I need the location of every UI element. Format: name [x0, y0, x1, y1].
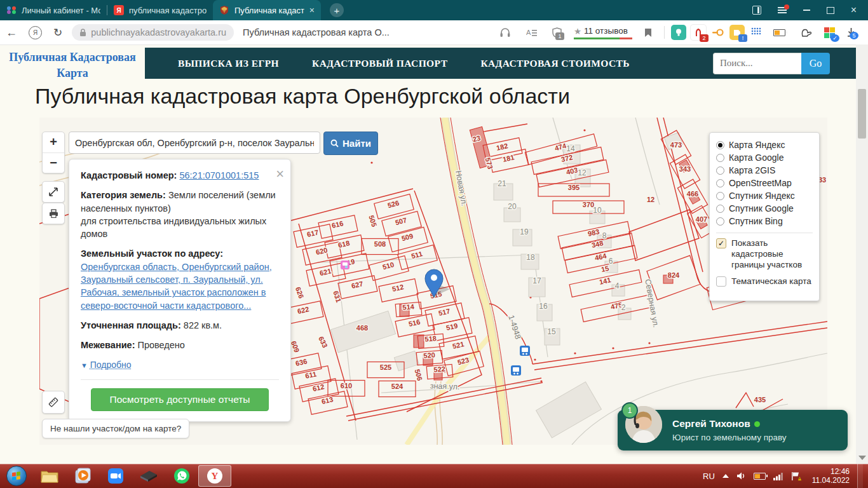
tab-title: Публичная кадастрова	[234, 6, 304, 15]
ruler-tool-button[interactable]	[42, 391, 65, 414]
details-link-label: Подробно	[90, 360, 132, 370]
back-icon[interactable]: ←	[6, 26, 17, 39]
tray-time: 12:46	[812, 467, 850, 476]
toolbar-right-icons: A 1 ★11 отзывов 2	[494, 24, 868, 41]
protect-shield-icon[interactable]: 1	[552, 27, 562, 38]
tab-yandex-search[interactable]: Я публичная кадастровая ка	[107, 0, 213, 20]
mitten-icon[interactable]	[801, 27, 812, 38]
site-logo[interactable]: Публичная Кадастровая Карта	[0, 50, 145, 81]
refresh-icon[interactable]: ↻	[53, 26, 62, 39]
house-number: 18	[526, 253, 535, 262]
parcel-label: 473	[670, 141, 682, 149]
nav-kadastrovy-pasport[interactable]: КАДАСТРОВЫЙ ПАСПОРТ	[312, 58, 447, 69]
not-found-button[interactable]: Не нашли участок/дом на карте?	[42, 419, 189, 438]
poi-shop-icon[interactable]	[341, 261, 349, 269]
details-toggle[interactable]: ▼ Подробно	[81, 359, 279, 372]
close-icon[interactable]: ×	[276, 165, 284, 184]
taskbar-mediaplayer-icon[interactable]	[66, 464, 99, 488]
headphones-icon[interactable]	[499, 27, 511, 37]
find-button[interactable]: Найти	[323, 132, 378, 155]
radio-icon[interactable]	[716, 154, 724, 162]
scrollbar-down-arrow[interactable]	[858, 456, 866, 460]
fullscreen-button[interactable]	[42, 181, 65, 203]
taskbar-yandex-browser-active[interactable]: Y	[198, 465, 231, 487]
minimize-button[interactable]	[803, 10, 810, 11]
network-signal-icon[interactable]	[773, 472, 783, 480]
page-title-text: Публичная кадастровая карта О...	[243, 27, 390, 37]
layer-option-3[interactable]: OpenStreetMap	[716, 177, 813, 189]
battery-icon[interactable]	[773, 29, 785, 36]
tray-expand-icon[interactable]	[722, 474, 729, 478]
layer-option-1[interactable]: Карта Google	[716, 151, 813, 164]
layer-option-0[interactable]: Карта Яндекс	[716, 139, 813, 151]
radio-icon[interactable]	[716, 217, 724, 226]
address-link[interactable]: Оренбургская область, Оренбургский район…	[81, 262, 272, 311]
taskbar-whatsapp-icon[interactable]	[165, 464, 198, 488]
layer-check-0[interactable]: ✓Показать кадастровые границы участков	[716, 238, 813, 271]
chat-agent-role: Юрист по земельному праву	[672, 433, 787, 442]
site-nav: ВЫПИСКА ИЗ ЕГРН КАДАСТРОВЫЙ ПАСПОРТ КАДА…	[145, 48, 868, 79]
zoom-in-button[interactable]: +	[43, 132, 64, 153]
find-button-label: Найти	[342, 138, 371, 149]
show-desktop-button[interactable]	[857, 464, 863, 488]
radio-icon[interactable]	[716, 179, 724, 187]
header-search-input[interactable]	[713, 53, 801, 74]
bookmark-flag-icon[interactable]	[644, 28, 652, 37]
bus-stop-icon[interactable]	[511, 365, 521, 376]
reader-mode-icon[interactable]: A	[526, 28, 537, 37]
cad-number-link[interactable]: 56:21:0701001:515	[179, 170, 259, 180]
address-bar[interactable]: publichnayakadastrovayakarta.ru	[72, 24, 234, 41]
page-scrollbar[interactable]	[856, 44, 868, 464]
start-button[interactable]	[0, 464, 33, 488]
side-panel-icon[interactable]	[752, 6, 761, 15]
network-warning-icon[interactable]	[791, 471, 802, 481]
site-reviews[interactable]: ★11 отзывов	[574, 26, 632, 39]
tab-lichny-kabinet[interactable]: Личный кабинет - Мои об	[0, 0, 107, 20]
layer-option-4[interactable]: Спутник Яндекс	[716, 189, 813, 202]
layer-check-1[interactable]: Тематическая карта	[716, 276, 813, 287]
nav-kadastrovaya-stoimost[interactable]: КАДАСТРОВАЯ СТОИМОСТЬ	[480, 58, 630, 69]
header-search-go-button[interactable]: Go	[801, 53, 830, 74]
map-search-input[interactable]	[69, 132, 320, 154]
layer-option-label: Спутник Яндекс	[729, 191, 795, 201]
radio-icon[interactable]	[716, 166, 724, 175]
extension-grid-icon[interactable]	[749, 25, 764, 40]
checkbox-icon[interactable]	[716, 276, 726, 287]
taskbar-zoom-icon[interactable]	[99, 464, 132, 488]
downloads-icon[interactable]: 5	[846, 27, 856, 37]
extension-orange-icon[interactable]	[710, 25, 726, 40]
zoom-out-button[interactable]: −	[43, 153, 64, 173]
tab-close-icon[interactable]: ×	[309, 5, 315, 15]
extension-photos-icon[interactable]: ✓	[822, 25, 837, 40]
radio-icon[interactable]	[716, 205, 724, 213]
new-tab-button[interactable]: +	[330, 3, 344, 17]
bus-stop-icon[interactable]	[520, 346, 530, 356]
tab-kadastrovaya-karta-active[interactable]: Публичная кадастрова ×	[213, 0, 321, 20]
checkbox-icon[interactable]: ✓	[716, 238, 726, 248]
extension-red-icon[interactable]: 2	[690, 24, 707, 41]
extension-lightbulb-icon[interactable]	[671, 25, 686, 40]
radio-icon[interactable]	[716, 192, 724, 200]
chat-widget[interactable]: 1 Сергей Тихонов Юрист по земельному пра…	[618, 410, 848, 451]
scrollbar-thumb[interactable]	[858, 89, 866, 139]
taskbar-explorer-icon[interactable]	[33, 464, 66, 488]
browser-toolbar: ← Я ↻ publichnayakadastrovayakarta.ru Пу…	[0, 20, 868, 45]
extension-yellow-icon[interactable]: !	[729, 25, 745, 40]
volume-icon[interactable]	[736, 471, 746, 480]
layer-option-2[interactable]: Карта 2GIS	[716, 164, 813, 177]
battery-tray-icon[interactable]	[754, 473, 766, 480]
maximize-button[interactable]	[827, 7, 834, 14]
clock[interactable]: 12:46 11.04.2022	[812, 467, 850, 485]
taskbar-scanner-icon[interactable]	[132, 464, 165, 488]
yandex-smartline-icon[interactable]: Я	[29, 26, 42, 39]
nav-vypiska-egrn[interactable]: ВЫПИСКА ИЗ ЕГРН	[178, 58, 279, 69]
layer-option-6[interactable]: Спутник Bing	[716, 215, 813, 227]
toolbar-divider	[664, 26, 665, 39]
language-indicator[interactable]: RU	[703, 471, 715, 481]
view-reports-button[interactable]: Посмотреть доступные отчеты	[91, 388, 269, 411]
radio-icon[interactable]	[716, 141, 724, 149]
layer-option-5[interactable]: Спутник Google	[716, 202, 813, 215]
close-button[interactable]: ×	[851, 5, 857, 15]
print-button[interactable]	[42, 203, 65, 224]
browser-menu-icon[interactable]	[778, 7, 787, 13]
